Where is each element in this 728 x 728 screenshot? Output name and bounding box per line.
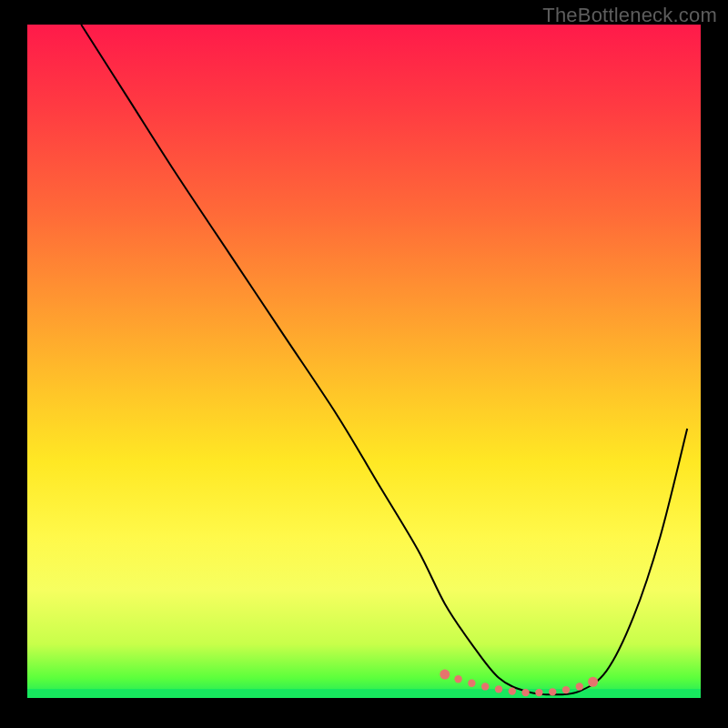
minimum-dot [440,670,450,680]
chart-frame: TheBottleneck.com [0,0,728,728]
minimum-dot [454,675,461,682]
bottleneck-curve [81,25,687,694]
minimum-dot [509,687,516,694]
minimum-dot [588,677,598,687]
plot-area [27,25,701,698]
minimum-dot [549,688,556,695]
minimum-dot [535,689,542,696]
minimum-dot [521,689,529,696]
minimum-dot [495,685,502,693]
minimum-dot [576,682,583,690]
minimum-dot [468,680,475,687]
minimum-dot [562,686,570,693]
minimum-dot [481,682,489,690]
chart-svg [27,25,701,698]
watermark-text: TheBottleneck.com [542,4,717,27]
